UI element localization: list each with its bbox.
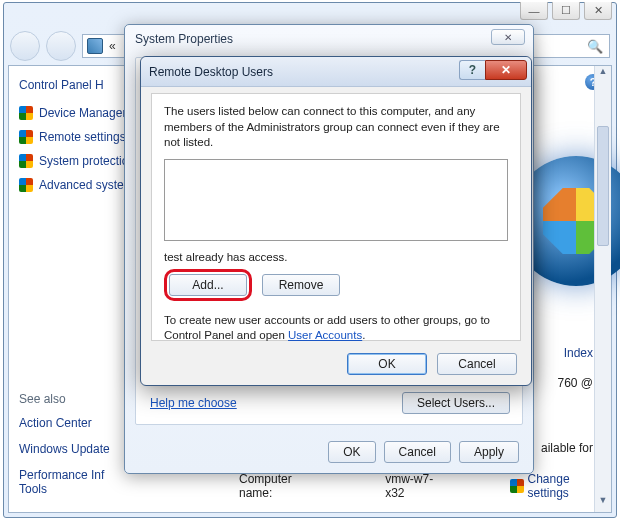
rdu-title: Remote Desktop Users <box>149 65 273 79</box>
shield-icon <box>19 106 33 120</box>
help-me-choose-link[interactable]: Help me choose <box>150 396 237 410</box>
sidebar-item-label: Device Manager <box>39 106 126 120</box>
window-minimize-button[interactable]: — <box>520 2 548 20</box>
window-maximize-button[interactable]: ☐ <box>552 2 580 20</box>
computer-name-value: vmw-w7-x32 <box>385 472 450 500</box>
user-accounts-link[interactable]: User Accounts <box>288 329 362 341</box>
rating-fragment: 760 @ <box>557 376 593 390</box>
window-close-button[interactable]: ✕ <box>584 2 612 20</box>
rdu-ok-button[interactable]: OK <box>347 353 427 375</box>
nav-forward-button[interactable] <box>46 31 76 61</box>
control-panel-icon <box>87 38 103 54</box>
shield-icon <box>19 154 33 168</box>
rdu-user-list[interactable] <box>164 159 508 241</box>
rdu-help-button[interactable]: ? <box>459 60 485 80</box>
system-properties-footer: OK Cancel Apply <box>125 441 533 463</box>
rdu-description: The users listed below can connect to th… <box>164 104 508 151</box>
wei-index-link[interactable]: Index <box>564 346 593 360</box>
system-properties-close-button[interactable]: ✕ <box>491 29 525 45</box>
scroll-thumb[interactable] <box>597 126 609 246</box>
sidebar-item-label: Windows Update <box>19 442 110 456</box>
availability-fragment: ailable for <box>541 441 593 455</box>
shield-icon <box>19 130 33 144</box>
rdu-cancel-button[interactable]: Cancel <box>437 353 517 375</box>
rdu-button-row: Add... Remove <box>164 269 508 301</box>
rdu-remove-button[interactable]: Remove <box>262 274 340 296</box>
sidebar-item-label: System protection <box>39 154 135 168</box>
rdu-close-button[interactable]: ✕ <box>485 60 527 80</box>
sidebar-item-label: Remote settings <box>39 130 126 144</box>
rdu-titlebar: Remote Desktop Users ? ✕ <box>141 57 531 87</box>
highlight-ring: Add... <box>164 269 252 301</box>
window-controls: — ☐ ✕ <box>520 2 612 20</box>
rdu-note: To create new user accounts or add users… <box>164 313 508 344</box>
shield-icon <box>510 479 523 493</box>
computer-name-label: Computer name: <box>239 472 325 500</box>
scroll-down-arrow[interactable]: ▼ <box>595 495 611 512</box>
vertical-scrollbar[interactable]: ▲ ▼ <box>594 66 611 512</box>
rdu-body: The users listed below can connect to th… <box>151 93 521 341</box>
sysprops-ok-button[interactable]: OK <box>328 441 375 463</box>
shield-icon <box>19 178 33 192</box>
rdu-access-line: test already has access. <box>164 251 508 263</box>
sysprops-cancel-button[interactable]: Cancel <box>384 441 451 463</box>
rdu-footer: OK Cancel <box>141 353 531 375</box>
search-icon: 🔍 <box>587 39 603 54</box>
sidebar-item-label: Action Center <box>19 416 92 430</box>
sidebar-item-label: Advanced system <box>39 178 134 192</box>
nav-back-button[interactable] <box>10 31 40 61</box>
sysprops-apply-button[interactable]: Apply <box>459 441 519 463</box>
sidebar-item-label: Performance Inf Tools <box>19 468 104 496</box>
rdu-note-post: . <box>362 329 365 341</box>
scroll-up-arrow[interactable]: ▲ <box>595 66 611 83</box>
computer-name-row: Computer name: vmw-w7-x32 Change setting… <box>239 472 611 500</box>
remote-desktop-users-dialog: Remote Desktop Users ? ✕ The users liste… <box>140 56 532 386</box>
address-bar-chevron: « <box>109 39 116 53</box>
system-properties-title: System Properties <box>125 25 533 53</box>
select-users-button[interactable]: Select Users... <box>402 392 510 414</box>
rdu-add-button[interactable]: Add... <box>169 274 247 296</box>
